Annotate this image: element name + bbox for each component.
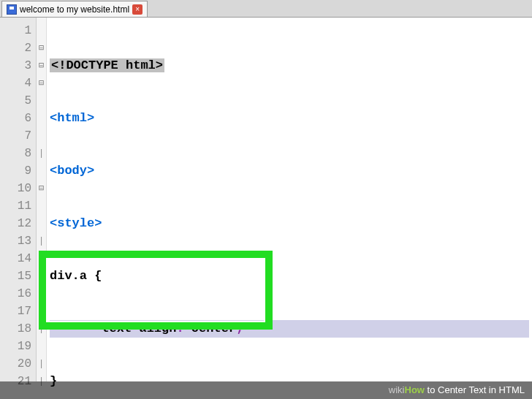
code-editor[interactable]: 123 456 789 101112 131415 161718 192021 … xyxy=(0,18,532,381)
floppy-icon xyxy=(7,4,17,15)
close-icon[interactable]: × xyxy=(132,4,142,15)
tab-filename: welcome to my website.html xyxy=(20,4,129,15)
code-area[interactable]: <!DOCTYPE html> <html> <body> <style> di… xyxy=(47,18,532,381)
fold-column: ⊟⊟ ⊟ | ⊟ |⊟ | || xyxy=(37,18,47,381)
line-gutter: 123 456 789 101112 131415 161718 192021 xyxy=(0,18,37,381)
doctype: <!DOCTYPE html> xyxy=(50,58,164,72)
watermark: wikiHow to Center Text in HTML xyxy=(0,381,532,399)
tab-bar: welcome to my website.html × xyxy=(0,0,532,18)
file-tab[interactable]: welcome to my website.html × xyxy=(1,1,148,17)
